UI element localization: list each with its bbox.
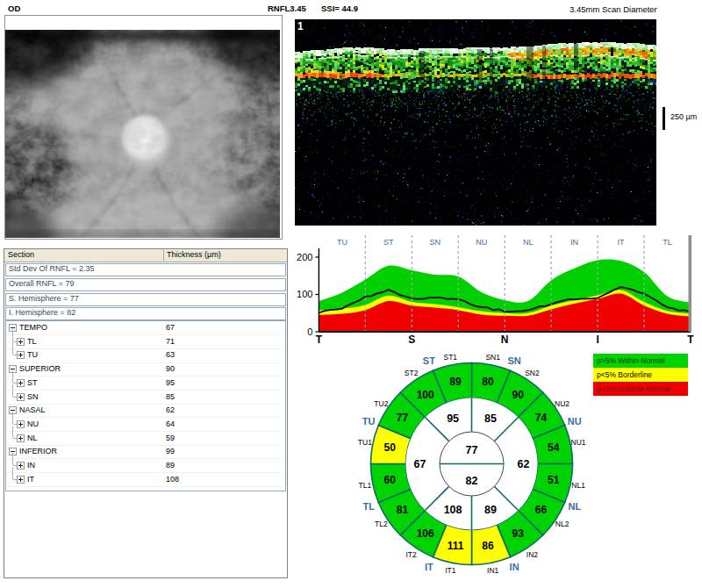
svg-text:106: 106 (417, 527, 434, 540)
svg-text:54: 54 (548, 441, 560, 454)
svg-text:89: 89 (449, 376, 462, 388)
svg-text:TL2: TL2 (375, 520, 388, 528)
svg-text:SN2: SN2 (525, 369, 540, 377)
svg-text:IN: IN (570, 238, 578, 247)
svg-text:77: 77 (466, 444, 478, 456)
svg-text:NU: NU (568, 416, 582, 427)
svg-text:ST: ST (423, 355, 435, 366)
svg-text:T: T (316, 333, 323, 346)
svg-text:IN2: IN2 (526, 550, 539, 559)
svg-text:TL: TL (362, 501, 375, 512)
svg-text:50: 50 (384, 441, 397, 454)
svg-text:200: 200 (297, 252, 312, 262)
svg-text:100: 100 (297, 289, 312, 299)
svg-text:SN: SN (430, 238, 441, 247)
svg-text:51: 51 (548, 474, 560, 486)
svg-text:100: 100 (417, 389, 434, 401)
svg-text:111: 111 (448, 540, 464, 552)
svg-text:NU1: NU1 (571, 438, 586, 447)
svg-text:77: 77 (397, 412, 409, 424)
svg-text:0: 0 (307, 326, 312, 337)
svg-text:67: 67 (414, 458, 426, 470)
svg-text:108: 108 (444, 504, 462, 516)
svg-text:90: 90 (512, 389, 525, 401)
svg-text:I: I (596, 333, 598, 346)
svg-text:1: 1 (297, 20, 304, 32)
svg-text:80: 80 (482, 376, 494, 388)
svg-text:95: 95 (447, 412, 459, 425)
svg-text:IN: IN (510, 562, 519, 572)
svg-text:IT2: IT2 (405, 550, 417, 559)
svg-text:89: 89 (484, 504, 497, 516)
svg-text:ST2: ST2 (405, 369, 419, 377)
svg-text:T: T (687, 333, 694, 346)
svg-text:IT: IT (425, 562, 433, 572)
svg-text:TU1: TU1 (358, 438, 372, 447)
svg-text:NU: NU (476, 238, 487, 247)
svg-text:NL1: NL1 (571, 481, 585, 490)
svg-text:ST1: ST1 (444, 353, 458, 362)
svg-text:TU: TU (362, 416, 376, 427)
svg-text:NU2: NU2 (555, 399, 569, 408)
svg-text:NL2: NL2 (555, 520, 569, 528)
svg-text:TL1: TL1 (359, 481, 372, 490)
svg-text:66: 66 (535, 504, 548, 516)
svg-text:SN1: SN1 (485, 353, 500, 362)
svg-text:81: 81 (397, 504, 409, 516)
svg-text:NL: NL (568, 501, 581, 512)
svg-text:93: 93 (512, 527, 525, 540)
svg-text:86: 86 (482, 540, 494, 552)
svg-text:S: S (408, 333, 415, 346)
svg-text:IT1: IT1 (445, 566, 456, 575)
svg-text:IT: IT (618, 238, 626, 247)
svg-text:82: 82 (466, 475, 478, 487)
svg-text:TL: TL (663, 238, 672, 247)
svg-text:NL: NL (523, 238, 534, 247)
svg-text:TU: TU (337, 238, 347, 247)
svg-text:62: 62 (518, 458, 530, 470)
svg-text:SN: SN (507, 355, 520, 366)
svg-text:60: 60 (384, 474, 397, 486)
svg-text:IN1: IN1 (487, 566, 499, 575)
svg-text:ST: ST (383, 238, 394, 247)
svg-text:85: 85 (484, 412, 497, 425)
svg-text:N: N (501, 333, 509, 346)
svg-text:74: 74 (535, 412, 548, 424)
svg-text:TU2: TU2 (374, 399, 388, 408)
